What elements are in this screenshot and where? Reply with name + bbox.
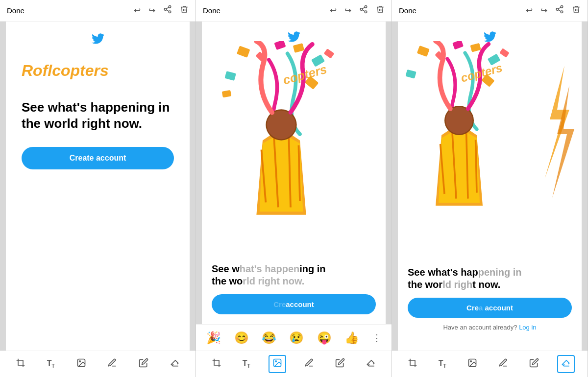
content-behind-3: See what's happening inthe world right n… <box>408 266 572 331</box>
phone-frame-3: copters See what's happening inthe world… <box>398 22 582 351</box>
svg-rect-41 <box>405 70 416 79</box>
roflcopters-text: Roflcopters <box>22 62 174 80</box>
svg-rect-12 <box>236 46 249 57</box>
emoji-wink-2[interactable]: 😜 <box>317 331 332 345</box>
highlight-icon-2[interactable] <box>332 355 348 373</box>
share-icon-3[interactable] <box>555 5 564 16</box>
trash-icon-2[interactable] <box>376 5 385 16</box>
svg-point-34 <box>561 11 563 13</box>
text-icon-2[interactable]: TT <box>240 356 253 372</box>
svg-line-4 <box>166 7 169 9</box>
emoji-thumbs-2[interactable]: 👍 <box>344 331 359 345</box>
panel-2: Done ↩ ↪ <box>196 0 392 377</box>
tagline-3: See what's happening inthe world right n… <box>408 266 572 291</box>
emoji-smile-2[interactable]: 😊 <box>234 331 249 345</box>
svg-point-0 <box>169 6 171 8</box>
create-account-button-2[interactable]: Creaccount <box>212 294 376 314</box>
svg-line-3 <box>166 10 169 11</box>
svg-rect-43 <box>452 41 464 49</box>
svg-line-36 <box>558 7 561 9</box>
redo-icon-1[interactable]: ↪ <box>148 5 155 16</box>
toolbar-2: Done ↩ ↪ <box>196 0 392 22</box>
phone-content-1: Roflcopters See what's happening in the … <box>6 22 190 351</box>
done-button-3[interactable]: Done <box>399 6 416 15</box>
phone-frame-1: Roflcopters See what's happening in the … <box>6 22 190 351</box>
svg-point-7 <box>365 6 367 8</box>
svg-rect-42 <box>499 48 510 57</box>
toolbar-3: Done ↩ ↪ <box>392 0 588 22</box>
highlight-icon-1[interactable] <box>136 355 151 373</box>
trash-icon-3[interactable] <box>572 5 581 16</box>
bottom-toolbar-1: TT <box>0 351 196 377</box>
phone-frame-2: copters See what's happening inthe world… <box>202 22 386 324</box>
bottom-toolbar-3: TT <box>392 351 588 377</box>
lightning-overlay-3 <box>530 61 579 210</box>
share-icon-1[interactable] <box>163 5 172 16</box>
text-icon-1[interactable]: TT <box>44 356 58 372</box>
create-account-button-3[interactable]: Crea account <box>408 298 572 318</box>
toolbar-1: Done ↩ ↪ <box>0 0 196 22</box>
undo-icon-1[interactable]: ↩ <box>134 5 141 16</box>
toolbar-icons-1: ↩ ↪ <box>134 5 189 16</box>
phone-content-3: copters See what's happening inthe world… <box>398 22 582 351</box>
svg-point-31 <box>275 361 277 362</box>
done-button-1[interactable]: Done <box>7 6 24 15</box>
redo-icon-2[interactable]: ↪ <box>344 5 351 16</box>
done-button-2[interactable]: Done <box>203 6 220 15</box>
svg-rect-38 <box>470 43 481 52</box>
svg-rect-18 <box>274 41 286 50</box>
svg-point-52 <box>445 107 472 134</box>
create-account-button-1[interactable]: Create account <box>22 147 174 169</box>
emoji-party-2[interactable]: 🎉 <box>206 331 221 345</box>
sticker-icon-1[interactable] <box>74 355 89 373</box>
svg-rect-17 <box>323 48 334 59</box>
trash-icon-1[interactable] <box>180 5 189 16</box>
svg-rect-20 <box>221 90 231 98</box>
redo-icon-3[interactable]: ↪ <box>540 5 547 16</box>
emoji-sad-2[interactable]: 😢 <box>289 331 304 345</box>
panel-3: Done ↩ ↪ <box>392 0 588 377</box>
twitter-logo-1 <box>22 33 174 47</box>
highlight-icon-3[interactable] <box>526 355 542 373</box>
share-icon-2[interactable] <box>359 5 368 16</box>
content-behind-2: See what's happening inthe world right n… <box>212 263 376 314</box>
svg-point-33 <box>556 8 559 11</box>
draw-icon-3[interactable] <box>495 355 511 373</box>
svg-point-9 <box>365 11 367 13</box>
undo-icon-3[interactable]: ↩ <box>526 5 533 16</box>
crop-icon-2[interactable] <box>209 355 224 373</box>
svg-point-32 <box>561 6 563 8</box>
sticker-icon-3[interactable] <box>465 355 480 373</box>
phone-content-2: copters See what's happening inthe world… <box>202 22 386 324</box>
svg-rect-16 <box>224 71 236 81</box>
svg-rect-13 <box>293 43 304 53</box>
tagline-2: See what's happening inthe world right n… <box>212 263 376 287</box>
crop-icon-3[interactable] <box>405 355 420 373</box>
tagline-1: See what's happening in the world right … <box>22 99 174 131</box>
svg-point-8 <box>360 8 363 11</box>
toolbar-icons-3: ↩ ↪ <box>526 5 581 16</box>
log-in-link-3[interactable]: Log in <box>519 324 536 331</box>
svg-line-11 <box>362 7 365 9</box>
sticker-icon-2[interactable] <box>269 355 286 373</box>
emoji-more-2[interactable]: ⋮ <box>372 332 381 343</box>
draw-icon-2[interactable] <box>301 355 317 373</box>
undo-icon-2[interactable]: ↩ <box>330 5 337 16</box>
eraser-icon-3[interactable] <box>557 355 575 373</box>
svg-line-50 <box>476 140 477 193</box>
svg-line-35 <box>558 10 561 11</box>
bottom-toolbar-2: TT <box>196 351 392 377</box>
eraser-icon-1[interactable] <box>167 355 183 373</box>
emoji-laugh-2[interactable]: 😂 <box>262 331 276 345</box>
draw-icon-1[interactable] <box>104 355 120 373</box>
text-icon-3[interactable]: TT <box>436 356 449 372</box>
svg-point-6 <box>79 361 80 362</box>
svg-line-10 <box>362 10 365 11</box>
svg-point-55 <box>470 361 472 362</box>
have-account-text-3: Have an account already? Log in <box>408 324 572 331</box>
svg-rect-37 <box>417 46 430 57</box>
svg-point-2 <box>169 11 171 13</box>
party-popper-overlay-3: copters <box>398 41 520 217</box>
eraser-icon-2[interactable] <box>363 355 379 373</box>
crop-icon-1[interactable] <box>13 355 28 373</box>
